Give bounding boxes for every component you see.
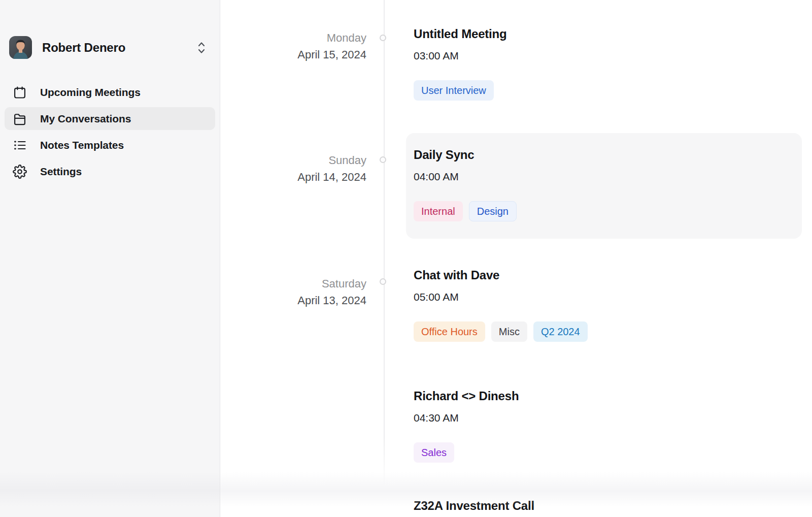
list-icon	[13, 138, 27, 152]
meeting-item[interactable]: Z32A Investment Call	[414, 498, 789, 513]
sidebar-item-label: Upcoming Meetings	[40, 86, 141, 99]
date-group-date: April 13, 2024	[220, 292, 366, 309]
chevron-up-down-icon[interactable]	[195, 40, 208, 55]
meeting-item[interactable]: Untitled Meeting 03:00 AM User Interview	[414, 26, 789, 101]
timeline-dot	[380, 278, 386, 285]
meeting-title: Daily Sync	[414, 147, 789, 163]
tag-design[interactable]: Design	[469, 201, 517, 221]
tag-q2-2024[interactable]: Q2 2024	[533, 321, 588, 342]
meeting-tags: User Interview	[414, 80, 789, 101]
meeting-time: 03:00 AM	[414, 49, 789, 62]
avatar	[9, 36, 32, 59]
tag-office-hours[interactable]: Office Hours	[414, 321, 485, 342]
meeting-notes-app: Robert Denero Upcoming Meetings My Conve…	[0, 0, 812, 517]
meeting-tags: Internal Design	[414, 201, 789, 221]
sidebar-item-settings[interactable]: Settings	[5, 160, 215, 183]
meeting-time: 04:30 AM	[414, 411, 789, 425]
timeline-line	[384, 0, 385, 487]
sidebar-nav: Upcoming Meetings My Conversations Notes…	[0, 81, 220, 186]
sidebar-item-label: My Conversations	[40, 113, 131, 125]
meeting-time: 04:00 AM	[414, 170, 789, 183]
meeting-title: Richard <> Dinesh	[414, 389, 789, 404]
sidebar-item-my-conversations[interactable]: My Conversations	[5, 107, 215, 130]
meeting-tags: Sales	[414, 442, 789, 463]
conversations-timeline: Monday April 15, 2024 Sunday April 14, 2…	[220, 0, 812, 517]
sidebar-item-upcoming-meetings[interactable]: Upcoming Meetings	[5, 81, 215, 104]
tag-sales[interactable]: Sales	[414, 442, 454, 463]
sidebar-item-label: Settings	[40, 166, 82, 178]
calendar-icon	[13, 85, 27, 100]
date-group-day: Saturday	[220, 275, 366, 292]
sidebar-item-notes-templates[interactable]: Notes Templates	[5, 134, 215, 156]
profile-name: Robert Denero	[42, 41, 195, 55]
meeting-title: Z32A Investment Call	[414, 498, 789, 513]
date-group-day: Monday	[220, 29, 366, 46]
tag-misc[interactable]: Misc	[491, 321, 527, 342]
sidebar: Robert Denero Upcoming Meetings My Conve…	[0, 0, 220, 517]
meeting-time: 05:00 AM	[414, 290, 789, 304]
date-group: Saturday April 13, 2024	[220, 275, 366, 309]
profile-switcher[interactable]: Robert Denero	[0, 36, 220, 59]
gear-icon	[13, 165, 27, 179]
meeting-title: Chat with Dave	[414, 268, 789, 283]
date-group: Sunday April 14, 2024	[220, 152, 366, 185]
meeting-item[interactable]: Richard <> Dinesh 04:30 AM Sales	[414, 389, 789, 463]
timeline-dot	[380, 156, 386, 163]
sidebar-item-label: Notes Templates	[40, 139, 124, 151]
meeting-title: Untitled Meeting	[414, 26, 789, 42]
folder-icon	[13, 112, 27, 126]
date-group-date: April 14, 2024	[220, 169, 366, 185]
tag-internal[interactable]: Internal	[414, 201, 463, 221]
tag-user-interview[interactable]: User Interview	[414, 80, 494, 101]
timeline-dot	[380, 35, 386, 41]
date-group-day: Sunday	[220, 152, 366, 169]
date-group: Monday April 15, 2024	[220, 29, 366, 63]
meeting-item[interactable]: Daily Sync 04:00 AM Internal Design	[414, 147, 789, 221]
date-group-date: April 15, 2024	[220, 46, 366, 63]
meeting-tags: Office Hours Misc Q2 2024	[414, 321, 789, 342]
meeting-item[interactable]: Chat with Dave 05:00 AM Office Hours Mis…	[414, 268, 789, 342]
